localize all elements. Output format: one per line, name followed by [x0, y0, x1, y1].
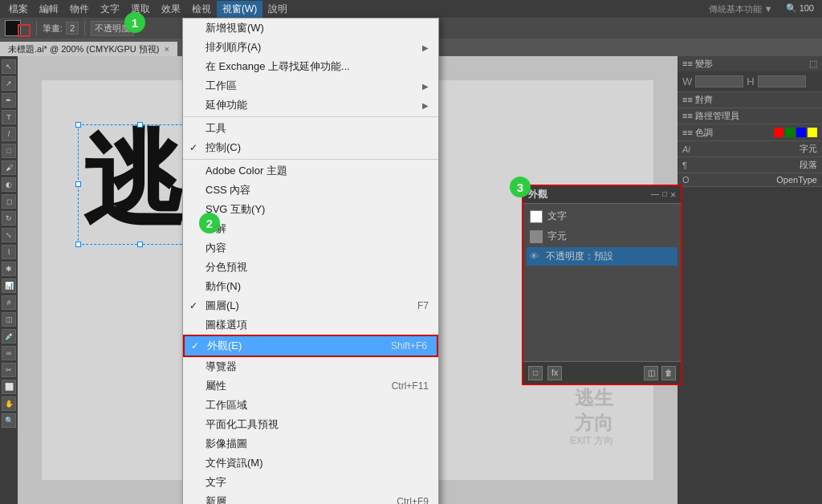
- dd-flatten[interactable]: 平面化工具預視: [183, 415, 438, 434]
- dd-navigator[interactable]: 導覽器: [183, 357, 438, 376]
- dd-appearance-row: 外觀(E) Shift+F6: [183, 335, 438, 357]
- sel-handle-tm[interactable]: [137, 122, 143, 128]
- char-ai-icon: Ai: [682, 144, 690, 154]
- tool-scissors[interactable]: ✂: [2, 363, 16, 377]
- tool-type[interactable]: T: [2, 110, 16, 124]
- dd-gradient[interactable]: 新層Ctrl+F9: [183, 492, 438, 504]
- ap-row-char: 字元: [527, 227, 678, 246]
- tool-scale[interactable]: ⤡: [2, 228, 16, 242]
- tab-close[interactable]: ×: [164, 44, 169, 54]
- dd-sep1: [183, 116, 438, 117]
- dd-content[interactable]: 內容: [183, 238, 438, 258]
- dd-pattern[interactable]: 圖樣選項: [183, 315, 438, 335]
- ap-maximize[interactable]: □: [662, 189, 667, 201]
- sel-handle-ml[interactable]: [75, 181, 81, 187]
- menu-window[interactable]: 視窗(W): [217, 1, 262, 18]
- tool-hand[interactable]: ✋: [2, 396, 16, 411]
- tool-rotate[interactable]: ↻: [2, 211, 16, 226]
- dd-arrange[interactable]: 排列順序(A)▶: [183, 38, 438, 57]
- pathfinder-header[interactable]: ≡≡ 路徑管理員: [678, 108, 822, 124]
- opentype-header[interactable]: O OpenType: [678, 173, 822, 186]
- tool-pen[interactable]: ✒: [2, 93, 16, 108]
- character-header[interactable]: Ai 字元: [678, 141, 822, 156]
- opentype-title: OpenType: [776, 175, 817, 185]
- ap-minimize[interactable]: —: [651, 189, 659, 201]
- dd-sep2: [183, 159, 438, 160]
- menu-help[interactable]: 說明: [262, 1, 293, 18]
- tool-direct-select[interactable]: ↗: [2, 76, 16, 91]
- dd-find-extension[interactable]: 在 Exchange 上尋找延伸功能...: [183, 57, 438, 76]
- swatch-green[interactable]: [785, 128, 795, 137]
- dd-css[interactable]: CSS 內容: [183, 181, 438, 200]
- tool-blend[interactable]: ∞: [2, 346, 16, 360]
- workspace-label: 傳統基本功能 ▼: [702, 3, 779, 15]
- color-title: ≡≡ 色調: [682, 127, 713, 139]
- dd-doc-info[interactable]: 文件資訊(M): [183, 453, 438, 473]
- menu-view[interactable]: 檢視: [186, 1, 217, 18]
- tool-shape[interactable]: □: [2, 144, 16, 158]
- ap-row-opacity[interactable]: 👁 不透明度：預設: [527, 247, 678, 266]
- dd-svg[interactable]: SVG 互動(Y): [183, 200, 438, 219]
- menu-effect[interactable]: 效果: [156, 1, 186, 18]
- h-input[interactable]: [758, 75, 806, 87]
- tool-blob[interactable]: ◐: [2, 177, 16, 192]
- tool-mesh[interactable]: #: [2, 295, 16, 310]
- dd-sep-preview[interactable]: 分色預視: [183, 258, 438, 277]
- tool-line[interactable]: /: [2, 127, 16, 141]
- tool-warp[interactable]: ⌇: [2, 245, 16, 259]
- tool-eyedropper[interactable]: 💉: [2, 329, 16, 343]
- dd-attributes[interactable]: 屬性Ctrl+F11: [183, 376, 438, 396]
- dd-extension[interactable]: 延伸功能▶: [183, 96, 438, 115]
- dd-actions[interactable]: 動作(N): [183, 277, 438, 296]
- badge-1: 1: [124, 12, 145, 33]
- menu-text[interactable]: 文字: [95, 1, 125, 18]
- sel-handle-tl[interactable]: [75, 122, 81, 128]
- menu-file[interactable]: 檔案: [3, 1, 34, 18]
- dd-appearance[interactable]: 外觀(E) Shift+F6: [185, 336, 437, 356]
- tool-zoom[interactable]: 🔍: [2, 413, 16, 428]
- dd-learn[interactable]: 了解: [183, 219, 438, 238]
- stroke-value[interactable]: 2: [66, 22, 79, 35]
- swatch-red[interactable]: [774, 128, 783, 137]
- dd-artboard[interactable]: 工作區域: [183, 396, 438, 415]
- ap-add-new[interactable]: □: [528, 366, 543, 380]
- appearance-panel-footer: □ fx ◫ 🗑: [523, 361, 681, 384]
- tool-column-graph[interactable]: 📊: [2, 278, 16, 293]
- ap-close-btn[interactable]: ×: [670, 189, 676, 201]
- sel-handle-bm[interactable]: [137, 242, 143, 247]
- color-header[interactable]: ≡≡ 色調: [678, 124, 822, 140]
- tool-select[interactable]: ↖: [2, 59, 16, 74]
- swatch-yellow[interactable]: [808, 128, 817, 137]
- menu-edit[interactable]: 編輯: [34, 1, 64, 18]
- appearance-panel-body: 文字 字元 👁 不透明度：預設: [523, 204, 681, 361]
- ap-label-opacity: 不透明度：預設: [546, 250, 613, 263]
- w-input[interactable]: [695, 75, 743, 87]
- ap-dupe-btn[interactable]: ◫: [644, 366, 658, 380]
- align-header[interactable]: ≡≡ 對齊: [678, 92, 822, 108]
- dd-layers[interactable]: 圖層(L)F7: [183, 296, 438, 315]
- swatch-blue[interactable]: [796, 128, 806, 137]
- tool-eraser[interactable]: ◻: [2, 194, 16, 209]
- transform-w-row: W H: [682, 75, 817, 87]
- paragraph-header[interactable]: ¶ 段落: [678, 157, 822, 173]
- dd-tools[interactable]: 工具: [183, 119, 438, 138]
- para-icon: ¶: [682, 161, 687, 170]
- dd-image-trace[interactable]: 影像描圖: [183, 434, 438, 453]
- tool-gradient[interactable]: ◫: [2, 312, 16, 327]
- active-tab[interactable]: 未標題.ai* @ 200% (CMYK/GPU 預視) ×: [0, 42, 177, 56]
- dd-workspace[interactable]: 工作區▶: [183, 76, 438, 96]
- dd-control[interactable]: 控制(C): [183, 138, 438, 157]
- tool-symbol[interactable]: ✱: [2, 262, 16, 276]
- tool-artboard[interactable]: ⬜: [2, 380, 16, 394]
- ap-fx-btn[interactable]: fx: [547, 366, 562, 380]
- menu-object[interactable]: 物件: [64, 1, 95, 18]
- transform-header[interactable]: ≡≡ 變形 ⬚: [678, 56, 822, 71]
- menu-bar: 檔案 編輯 物件 文字 選取 效果 檢視 視窗(W) 說明 傳統基本功能 ▼ 🔍…: [0, 0, 822, 18]
- sel-handle-bl[interactable]: [75, 242, 81, 247]
- dd-new-window[interactable]: 新增視窗(W): [183, 18, 438, 38]
- stroke-swatch[interactable]: [18, 24, 31, 37]
- tool-paintbrush[interactable]: 🖌: [2, 161, 16, 175]
- dd-type[interactable]: 文字: [183, 473, 438, 492]
- dd-adobe-color[interactable]: Adobe Color 主題: [183, 161, 438, 181]
- ap-delete-btn[interactable]: 🗑: [661, 366, 676, 380]
